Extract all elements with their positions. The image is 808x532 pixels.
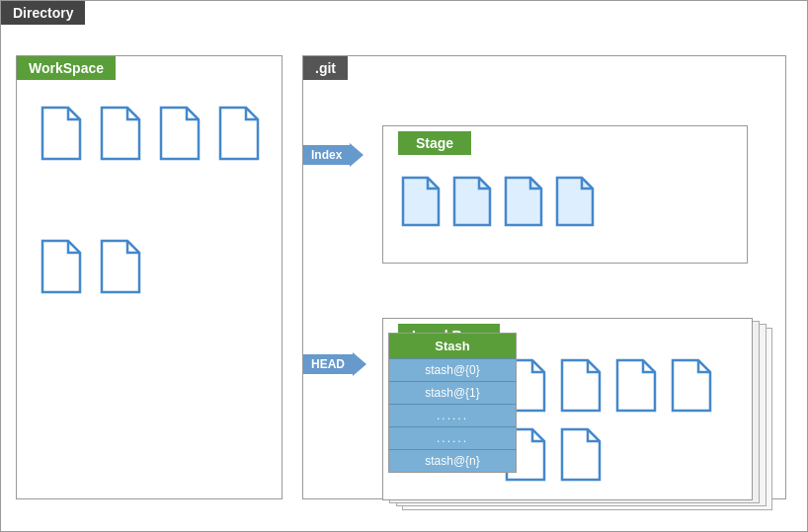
workspace-file-2	[96, 106, 145, 175]
stash-item-0: stash@{0}	[389, 358, 516, 381]
stash-box: Stash stash@{0} stash@{1} ...... ...... …	[388, 333, 517, 473]
workspace-file-1	[37, 106, 86, 175]
stage-file-1	[398, 176, 442, 231]
head-arrow-icon	[353, 352, 366, 376]
stash-item-n: stash@{n}	[389, 449, 516, 472]
git-label: .git	[303, 56, 348, 80]
stage-file-4	[552, 176, 596, 231]
head-arrow-container: HEAD	[303, 352, 366, 376]
stage-file-3	[501, 176, 544, 231]
workspace-files-row2	[37, 239, 145, 308]
stage-label: Stage	[398, 131, 471, 155]
repo-file-4	[668, 358, 713, 418]
stash-item-2: ......	[389, 404, 516, 426]
index-arrow-icon	[350, 143, 364, 167]
git-box: .git Index Stage	[302, 55, 786, 499]
repo-files-row2	[502, 427, 603, 487]
repo-file-3	[612, 358, 658, 418]
workspace-file-6	[96, 239, 145, 308]
stage-files	[398, 176, 596, 231]
stage-box: Stage	[382, 125, 748, 264]
workspace-file-4	[214, 106, 264, 175]
head-label: HEAD	[303, 354, 353, 374]
repo-file-6	[557, 427, 603, 487]
workspace-box: WorkSpace	[16, 55, 283, 499]
stash-header: Stash	[389, 334, 516, 358]
repo-files-row1	[502, 358, 713, 418]
workspace-files-row1	[37, 106, 264, 254]
workspace-label: WorkSpace	[17, 56, 116, 80]
main-container: Directory WorkSpace	[0, 0, 808, 532]
workspace-file-5	[37, 239, 86, 308]
repo-file-2	[557, 358, 603, 418]
index-arrow-container: Index	[303, 143, 364, 167]
stash-item-3: ......	[389, 426, 516, 449]
workspace-file-3	[155, 106, 204, 175]
directory-title: Directory	[1, 1, 85, 25]
stash-item-1: stash@{1}	[389, 381, 516, 404]
index-label: Index	[303, 145, 350, 165]
stage-file-2	[449, 176, 493, 231]
